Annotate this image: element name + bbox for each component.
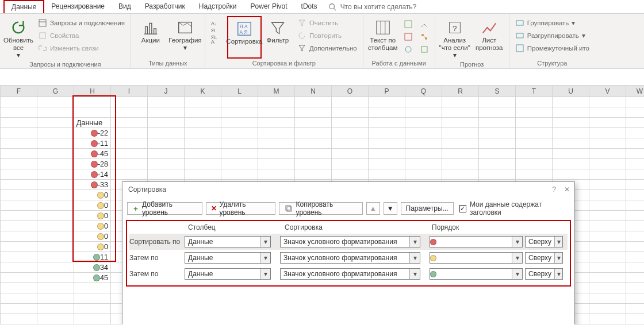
cell[interactable]: 0 [74, 211, 111, 221]
cell[interactable] [626, 190, 645, 200]
cell[interactable] [37, 190, 74, 200]
cell[interactable] [185, 118, 221, 128]
order-side-combo[interactable]: Сверху▾ [525, 268, 563, 280]
cell[interactable] [589, 107, 626, 118]
cell[interactable] [1, 169, 37, 180]
cell[interactable] [332, 169, 369, 180]
cell[interactable] [405, 149, 442, 159]
cell[interactable] [295, 169, 332, 180]
sort-on-combo[interactable]: Значок условного форматирования▾ [280, 236, 420, 247]
cell[interactable] [111, 128, 148, 138]
cell[interactable] [1, 128, 37, 138]
cell[interactable] [626, 138, 645, 149]
cell[interactable] [589, 252, 626, 262]
cell[interactable] [221, 138, 258, 149]
cell[interactable] [553, 128, 589, 138]
sort-on-combo[interactable]: Значок условного форматирования▾ [280, 252, 420, 264]
tab-tdots[interactable]: tDots [294, 1, 324, 13]
subtotal-button[interactable]: Промежуточный ито [514, 42, 591, 54]
cell[interactable] [37, 252, 74, 262]
cell[interactable] [442, 149, 479, 159]
cell[interactable] [626, 273, 645, 283]
cell[interactable] [185, 107, 221, 118]
column-header[interactable]: U [553, 86, 589, 97]
cell[interactable] [626, 242, 645, 252]
cell[interactable] [479, 128, 516, 138]
cell[interactable] [442, 169, 479, 180]
column-combo[interactable]: Данные▾ [185, 252, 271, 264]
cell[interactable] [332, 149, 369, 159]
filter-button[interactable]: Фильтр [262, 16, 294, 59]
cell[interactable] [589, 200, 626, 211]
cell[interactable]: 0 [74, 200, 111, 211]
cell[interactable] [553, 159, 589, 169]
cell[interactable] [589, 149, 626, 159]
tab-data[interactable]: Данные [3, 0, 44, 13]
data-validation-button[interactable] [402, 44, 414, 55]
cell[interactable] [1, 200, 37, 211]
cell[interactable]: 0 [74, 242, 111, 252]
cell[interactable] [258, 107, 295, 118]
cell[interactable] [479, 159, 516, 169]
cell[interactable] [295, 128, 332, 138]
tab-review[interactable]: Рецензирование [44, 1, 112, 13]
cell[interactable] [111, 149, 148, 159]
cell[interactable] [37, 273, 74, 283]
cell[interactable] [221, 149, 258, 159]
cell[interactable] [37, 231, 74, 242]
cell[interactable] [37, 138, 74, 149]
cell[interactable] [221, 97, 258, 107]
cell[interactable] [332, 128, 369, 138]
cell[interactable] [1, 283, 37, 293]
cell[interactable] [221, 159, 258, 169]
cell[interactable] [589, 118, 626, 128]
cell[interactable] [1, 304, 37, 314]
cell[interactable] [516, 138, 553, 149]
cell[interactable]: 34 [74, 262, 111, 273]
cell[interactable] [626, 107, 645, 118]
cell[interactable] [442, 107, 479, 118]
column-header[interactable]: Q [405, 86, 442, 97]
cell[interactable] [626, 252, 645, 262]
cell[interactable] [185, 159, 221, 169]
cell[interactable] [516, 107, 553, 118]
cell[interactable] [258, 149, 295, 159]
cell[interactable] [258, 169, 295, 180]
column-header[interactable]: L [221, 86, 258, 97]
column-header[interactable]: P [369, 86, 405, 97]
column-header[interactable]: J [148, 86, 185, 97]
cell[interactable] [479, 97, 516, 107]
column-header[interactable]: M [258, 86, 295, 97]
cell[interactable] [553, 138, 589, 149]
cell[interactable] [37, 221, 74, 231]
cell[interactable] [1, 221, 37, 231]
stocks-button[interactable]: Акции [133, 16, 168, 59]
cell[interactable] [1, 190, 37, 200]
cell[interactable] [1, 273, 37, 283]
cell[interactable] [405, 138, 442, 149]
cell[interactable]: -45 [74, 149, 111, 159]
order-icon-combo[interactable]: ▾ [430, 268, 523, 280]
cell[interactable] [405, 128, 442, 138]
move-up-button[interactable]: ▲ [366, 202, 380, 215]
cell[interactable] [479, 118, 516, 128]
whatif-button[interactable]: ? Анализ "что если" ▾ [438, 16, 472, 60]
cell[interactable] [1, 118, 37, 128]
column-header[interactable]: K [185, 86, 221, 97]
cell[interactable] [516, 149, 553, 159]
cell[interactable] [1, 314, 37, 324]
ungroup-button[interactable]: Разгруппировать ▾ [514, 30, 591, 41]
cell[interactable] [589, 169, 626, 180]
cell[interactable] [589, 242, 626, 252]
cell[interactable] [37, 242, 74, 252]
cell[interactable] [405, 159, 442, 169]
cell[interactable] [1, 231, 37, 242]
options-button[interactable]: Параметры... [401, 202, 454, 215]
cell[interactable]: 0 [74, 221, 111, 231]
cell[interactable] [369, 107, 405, 118]
cell[interactable] [1, 293, 37, 304]
cell[interactable] [111, 118, 148, 128]
column-header[interactable]: H [74, 86, 111, 97]
column-header[interactable]: G [37, 86, 74, 97]
cell[interactable] [626, 128, 645, 138]
